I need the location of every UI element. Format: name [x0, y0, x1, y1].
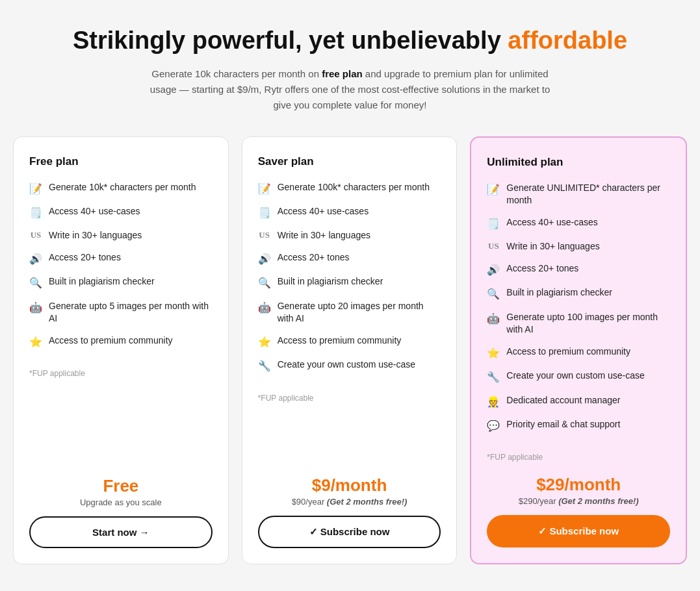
feature-text: Access to premium community: [278, 334, 402, 347]
feature-text: Generate 10k* characters per month: [49, 181, 196, 194]
feature-text: Access to premium community: [506, 346, 630, 358]
feature-text: Create your own custom use-case: [278, 358, 415, 371]
feature-text: Access 40+ use-cases: [506, 216, 597, 229]
feature-text: Priority email & chat support: [506, 418, 620, 431]
feature-text: Built in plagiarism checker: [506, 286, 612, 299]
feature-item: 🔍Built in plagiarism checker: [487, 286, 670, 301]
title-accent: affordable: [508, 27, 627, 54]
feature-icon: 🔍: [29, 276, 42, 290]
feature-item: 🔍Built in plagiarism checker: [29, 275, 213, 290]
feature-item: 🤖Generate upto 20 images per month with …: [258, 300, 441, 325]
plan-title-saver: Saver plan: [258, 155, 441, 168]
feature-item: ⭐Access to premium community: [29, 334, 213, 349]
price-section-free: FreeUpgrade as you scale: [29, 476, 213, 507]
feature-text: Access 20+ tones: [506, 262, 578, 275]
feature-icon: 🔍: [258, 276, 271, 290]
feature-item: 👷Dedicated account manager: [487, 394, 670, 409]
feature-text: Generate 100k* characters per month: [278, 181, 430, 194]
us-icon: US: [29, 229, 42, 241]
plans-container: Free plan📝Generate 10k* characters per m…: [13, 136, 687, 565]
feature-icon: 🗒️: [29, 206, 42, 220]
feature-text: Write in 30+ languages: [278, 229, 370, 242]
feature-item: 🔍Built in plagiarism checker: [258, 275, 441, 290]
us-icon: US: [258, 229, 271, 241]
fup-saver: *FUP applicable: [258, 394, 441, 403]
feature-icon: 📝: [258, 182, 271, 196]
feature-icon: 🤖: [258, 301, 271, 315]
feature-text: Generate upto 100 images per month with …: [506, 311, 670, 336]
feature-icon: 🗒️: [258, 206, 271, 220]
feature-icon: 🤖: [487, 312, 500, 326]
features-list-free: 📝Generate 10k* characters per month🗒️Acc…: [29, 181, 213, 359]
feature-item: 🔊Access 20+ tones: [487, 262, 670, 277]
plan-card-unlimited: Unlimited plan📝Generate UNLIMITED* chara…: [470, 136, 687, 565]
feature-text: Access 40+ use-cases: [49, 205, 140, 218]
feature-icon: 🔊: [29, 252, 42, 266]
feature-icon: 📝: [487, 182, 500, 197]
feature-item: ⭐Access to premium community: [487, 346, 670, 360]
feature-icon: 📝: [29, 182, 42, 196]
cta-button-saver[interactable]: ✓ Subscribe now: [258, 516, 441, 548]
price-sub-free: Upgrade as you scale: [29, 497, 213, 507]
feature-text: Access 20+ tones: [278, 251, 350, 264]
cta-button-free[interactable]: Start now →: [29, 516, 213, 548]
feature-text: Create your own custom use-case: [506, 370, 644, 383]
price-main-unlimited: $29/month: [487, 475, 670, 495]
feature-icon: ⭐: [487, 346, 500, 360]
feature-item: 🔧Create your own custom use-case: [258, 358, 441, 373]
fup-unlimited: *FUP applicable: [487, 453, 670, 462]
feature-icon: 🔊: [487, 263, 500, 277]
feature-icon: 💬: [487, 419, 500, 433]
price-sub-unlimited: $290/year (Get 2 months free!): [487, 496, 670, 506]
feature-text: Generate upto 5 images per month with AI: [49, 300, 213, 325]
feature-text: Built in plagiarism checker: [278, 275, 383, 288]
price-sub-saver: $90/year (Get 2 months free!): [258, 497, 441, 507]
feature-item: 🔊Access 20+ tones: [258, 251, 441, 266]
plan-card-free: Free plan📝Generate 10k* characters per m…: [13, 136, 229, 565]
feature-item: ⭐Access to premium community: [258, 334, 441, 349]
us-icon: US: [487, 240, 500, 252]
feature-text: Generate upto 20 images per month with A…: [278, 300, 441, 325]
feature-item: 🗒️Access 40+ use-cases: [487, 216, 670, 231]
feature-item: 🔊Access 20+ tones: [29, 251, 213, 266]
feature-text: Access 20+ tones: [49, 251, 121, 264]
page-title: Strikingly powerful, yet unbelievably af…: [73, 26, 627, 56]
feature-item: 💬Priority email & chat support: [487, 418, 670, 433]
feature-item: 📝Generate 100k* characters per month: [258, 181, 441, 196]
feature-item: 🤖Generate upto 5 images per month with A…: [29, 300, 213, 325]
feature-text: Dedicated account manager: [506, 394, 620, 407]
plan-card-saver: Saver plan📝Generate 100k* characters per…: [242, 136, 458, 565]
feature-item: 📝Generate 10k* characters per month: [29, 181, 213, 196]
feature-icon: ⭐: [29, 335, 42, 349]
page-description: Generate 10k characters per month on fre…: [142, 66, 558, 113]
title-plain: Strikingly powerful, yet unbelievably: [73, 27, 508, 54]
feature-icon: ⭐: [258, 335, 271, 349]
feature-item: 📝Generate UNLIMITED* characters per mont…: [487, 182, 670, 207]
feature-item: USWrite in 30+ languages: [487, 240, 670, 253]
features-list-unlimited: 📝Generate UNLIMITED* characters per mont…: [487, 182, 670, 443]
feature-icon: 🗒️: [487, 217, 500, 231]
feature-item: USWrite in 30+ languages: [258, 229, 441, 242]
feature-item: 🗒️Access 40+ use-cases: [29, 205, 213, 220]
price-main-free: Free: [29, 476, 213, 496]
page-header: Strikingly powerful, yet unbelievably af…: [73, 26, 627, 113]
feature-text: Built in plagiarism checker: [49, 275, 155, 288]
feature-item: USWrite in 30+ languages: [29, 229, 213, 242]
feature-icon: 👷: [487, 395, 500, 409]
features-list-saver: 📝Generate 100k* characters per month🗒️Ac…: [258, 181, 441, 383]
price-main-saver: $9/month: [258, 475, 441, 496]
feature-text: Generate UNLIMITED* characters per month: [506, 182, 670, 207]
feature-text: Access 40+ use-cases: [278, 205, 369, 218]
feature-icon: 🔧: [487, 370, 500, 384]
price-section-unlimited: $29/month$290/year (Get 2 months free!): [487, 475, 670, 506]
plan-title-unlimited: Unlimited plan: [487, 156, 670, 169]
fup-free: *FUP applicable: [29, 369, 213, 378]
feature-icon: 🔊: [258, 252, 271, 266]
cta-button-unlimited[interactable]: ✓ Subscribe now: [487, 515, 670, 547]
feature-text: Access to premium community: [49, 334, 173, 347]
feature-icon: 🤖: [29, 301, 42, 315]
feature-icon: 🔍: [487, 287, 500, 301]
plan-title-free: Free plan: [29, 155, 213, 168]
feature-item: 🤖Generate upto 100 images per month with…: [487, 311, 670, 336]
feature-item: 🗒️Access 40+ use-cases: [258, 205, 441, 220]
